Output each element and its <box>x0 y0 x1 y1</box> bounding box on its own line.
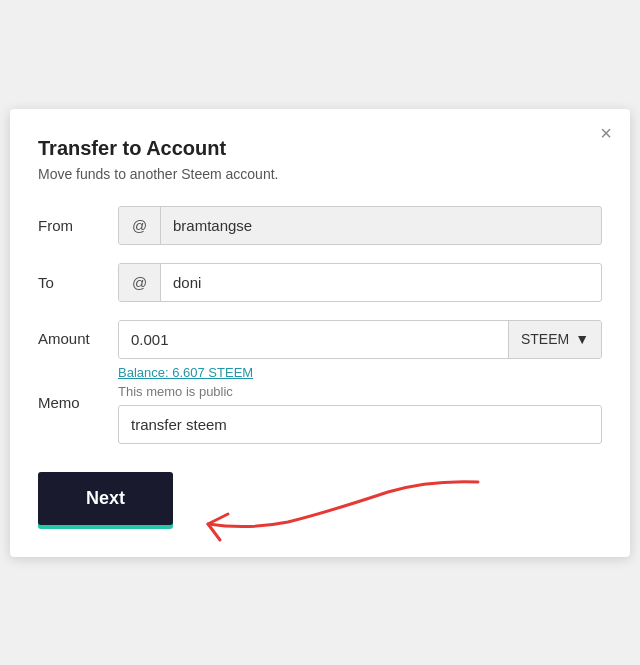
memo-input[interactable] <box>118 405 602 444</box>
balance-link[interactable]: Balance: 6.607 STEEM <box>118 365 602 380</box>
from-input <box>161 207 601 244</box>
memo-right: This memo is public <box>118 384 602 444</box>
from-at-prefix: @ <box>119 207 161 244</box>
from-input-wrapper: @ <box>118 206 602 245</box>
to-row: To @ <box>38 263 602 302</box>
memo-section: Memo This memo is public <box>38 384 602 444</box>
memo-row: Memo This memo is public <box>38 384 602 444</box>
to-input[interactable] <box>161 264 601 301</box>
to-label: To <box>38 274 118 291</box>
amount-field-row: STEEM ▼ <box>118 320 602 359</box>
memo-label: Memo <box>38 384 118 411</box>
memo-public-note: This memo is public <box>118 384 602 399</box>
arrow-annotation <box>148 462 488 552</box>
close-button[interactable]: × <box>600 123 612 143</box>
to-at-prefix: @ <box>119 264 161 301</box>
amount-row: Amount STEEM ▼ Balance: 6.607 STEEM <box>38 320 602 380</box>
amount-label: Amount <box>38 320 118 347</box>
currency-select[interactable]: STEEM ▼ <box>508 321 601 358</box>
next-button-area: Next <box>38 472 602 525</box>
to-input-wrapper[interactable]: @ <box>118 263 602 302</box>
dialog-title: Transfer to Account <box>38 137 602 160</box>
amount-input[interactable] <box>119 321 508 358</box>
transfer-dialog: × Transfer to Account Move funds to anot… <box>10 109 630 557</box>
currency-arrow-icon: ▼ <box>575 331 589 347</box>
dialog-subtitle: Move funds to another Steem account. <box>38 166 602 182</box>
next-button[interactable]: Next <box>38 472 173 525</box>
from-row: From @ <box>38 206 602 245</box>
amount-input-group: STEEM ▼ Balance: 6.607 STEEM <box>118 320 602 380</box>
from-label: From <box>38 217 118 234</box>
currency-label: STEEM <box>521 331 569 347</box>
